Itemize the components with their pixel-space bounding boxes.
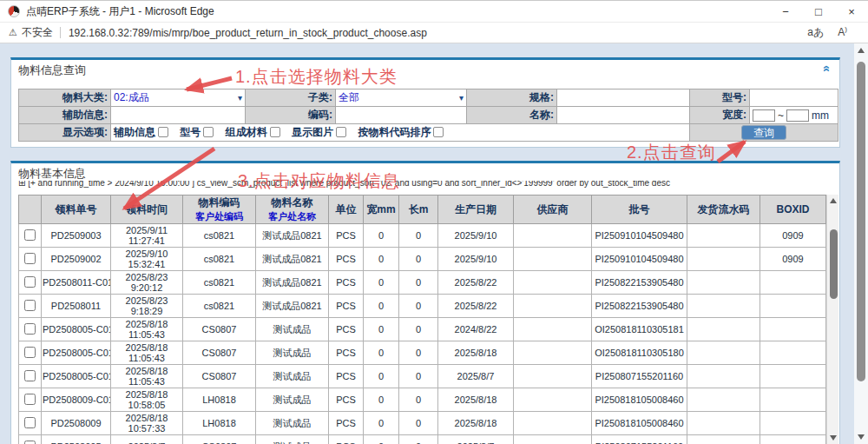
name-label: 名称: (467, 107, 557, 124)
checkbox-sort-by-code[interactable] (433, 127, 444, 137)
cell-boxid (760, 412, 826, 435)
cell-order-no: PD2508009-C01 (42, 388, 111, 412)
cell-batch-no: OI250818110305180 (592, 341, 687, 365)
cell-req-time: 2025/8/1811:05:43 (111, 318, 183, 341)
row-checkbox[interactable] (24, 253, 36, 264)
search-button[interactable]: 查询 (741, 125, 786, 140)
cell-name: 测试成品0821 (256, 295, 329, 318)
row-checkbox[interactable] (24, 323, 36, 335)
row-checkbox[interactable] (24, 229, 36, 241)
cell-unit: PCS (329, 318, 364, 341)
table-row[interactable]: PD2508009-C01 2025/8/1810:58:05 LH0818 测… (19, 388, 826, 412)
cell-prod-date: 2025/8/7 (438, 365, 514, 388)
width-to-input[interactable] (786, 109, 809, 122)
table-row[interactable]: PD2508005-C01 2025/8/1811:05:43 CS0807 测… (19, 318, 826, 341)
row-checkbox[interactable] (24, 347, 36, 358)
spec-input[interactable] (560, 91, 687, 105)
model-label: 型号: (690, 89, 750, 107)
cell-length: 0 (399, 341, 438, 365)
cell-prod-date: 2025/8/7 (438, 435, 514, 444)
row-checkbox[interactable] (24, 276, 36, 288)
cell-length: 0 (399, 318, 438, 341)
cell-length: 0 (399, 295, 438, 318)
cell-length: 0 (399, 412, 438, 435)
cell-order-no: PD2508005-C01 (42, 318, 111, 341)
material-panel-title: 物料基本信息 (18, 166, 86, 182)
cell-length: 0 (399, 224, 438, 248)
name-input[interactable] (560, 109, 687, 123)
collapse-panel-icon[interactable]: « (821, 65, 833, 72)
page-scrollbar[interactable] (854, 43, 868, 444)
scroll-up-icon[interactable] (827, 195, 838, 207)
cell-batch-no: OI250818110305181 (592, 318, 687, 341)
translate-icon[interactable]: aあ (807, 25, 824, 40)
width-from-input[interactable] (753, 109, 775, 122)
table-row[interactable]: PD2508009 2025/8/1810:57:33 LH0818 测试成品 … (19, 412, 826, 435)
debug-sql-line: ⊞ [+ and running_time > 2024/9/10 16:00:… (18, 181, 832, 192)
checkbox-model[interactable] (203, 127, 214, 137)
table-row[interactable]: PD2508005-C01 2025/8/1811:05:43 CS0807 测… (19, 365, 826, 388)
cell-width: 0 (364, 435, 399, 444)
table-row[interactable]: PD2509003 2025/9/1111:27:41 cs0821 测试成品0… (19, 224, 826, 248)
table-row[interactable]: PD2508011 2025/8/239:18:29 cs0821 测试成品08… (19, 295, 826, 318)
cell-batch-no: PI250910104509480 (592, 224, 687, 248)
model-input[interactable] (753, 91, 835, 105)
header-boxid: BOXID (760, 195, 826, 224)
row-checkbox[interactable] (24, 441, 36, 444)
cell-order-no: PD2508005-C01 (42, 341, 111, 365)
read-aloud-icon[interactable]: A) (838, 25, 847, 40)
row-checkbox[interactable] (24, 394, 36, 405)
table-row[interactable]: PD2508005-C01 2025/8/1811:05:43 CS0807 测… (19, 341, 826, 365)
cell-checkbox (19, 365, 42, 388)
checkbox-materials[interactable] (270, 127, 280, 137)
scroll-down-icon[interactable] (827, 432, 838, 444)
subcategory-select[interactable]: 全部 ▾ (339, 90, 464, 105)
table-row[interactable]: PD2508005 2025/8/7 CS0807 测试成品 PCS 0 0 2… (19, 435, 826, 444)
page-scroll-up-icon[interactable] (854, 43, 868, 57)
cell-length: 0 (399, 248, 438, 271)
cell-name: 测试成品 (256, 341, 329, 365)
minimize-icon[interactable]: − (769, 1, 802, 22)
cell-code: LH0818 (183, 412, 256, 435)
cell-code: cs0821 (183, 248, 256, 271)
security-label: 不安全 (22, 25, 53, 40)
close-icon[interactable]: × (835, 1, 868, 22)
table-header-row: 领料单号 领料时间 物料编码客户处编码 物料名称客户处名称 单位 宽mm 长m … (19, 195, 826, 224)
page-scroll-down-icon[interactable] (854, 430, 868, 444)
expand-icon: ⊞ (18, 181, 25, 188)
maximize-icon[interactable]: □ (802, 1, 835, 22)
row-checkbox[interactable] (24, 370, 36, 381)
cell-unit: PCS (329, 435, 364, 444)
row-checkbox[interactable] (24, 417, 36, 428)
query-form: 物料大类: 02:成品 ▾ 子类: 全部 ▾ 规格: 型号: (18, 89, 838, 142)
cell-unit: PCS (329, 388, 364, 412)
cell-supplier (514, 388, 592, 412)
table-scrollbar-thumb[interactable] (830, 229, 838, 299)
cell-code: LH0818 (183, 388, 256, 412)
material-category-select[interactable]: 02:成品 ▾ (114, 90, 242, 105)
cell-width: 0 (364, 365, 399, 388)
aux-info-input[interactable] (114, 109, 242, 123)
cell-code: CS0807 (183, 435, 256, 444)
checkbox-show-image[interactable] (336, 127, 346, 137)
address-bar[interactable]: ⚠ 不安全 192.168.0.32:789/mis/mrp/boe_produ… (0, 23, 868, 43)
checkbox-aux-info[interactable] (158, 127, 168, 137)
url-text[interactable]: 192.168.0.32:789/mis/mrp/boe_product_ret… (69, 27, 807, 39)
query-panel-title: 物料信息查询 (18, 63, 86, 78)
cell-batch-no: PI250818105008460 (592, 388, 687, 412)
table-row[interactable]: PD2509002 2025/9/1015:32:41 cs0821 测试成品0… (19, 248, 826, 271)
table-row[interactable]: PD2508011-C01 2025/8/239:20:12 cs0821 测试… (19, 271, 826, 295)
cell-supplier (514, 365, 592, 388)
material-table-wrap: 领料单号 领料时间 物料编码客户处编码 物料名称客户处名称 单位 宽mm 长m … (18, 195, 838, 444)
cell-batch-no: PI250910104509480 (592, 248, 687, 271)
cell-prod-date: 2025/8/18 (438, 412, 514, 435)
page-scrollbar-thumb[interactable] (857, 62, 865, 381)
code-input[interactable] (339, 109, 464, 123)
cell-boxid (760, 365, 826, 388)
cell-ship-serial (687, 224, 760, 248)
header-prod-date: 生产日期 (438, 195, 514, 224)
table-scrollbar[interactable] (826, 195, 838, 444)
material-category-label: 物料大类: (19, 89, 111, 107)
row-checkbox[interactable] (24, 300, 36, 311)
cell-supplier (514, 412, 592, 435)
